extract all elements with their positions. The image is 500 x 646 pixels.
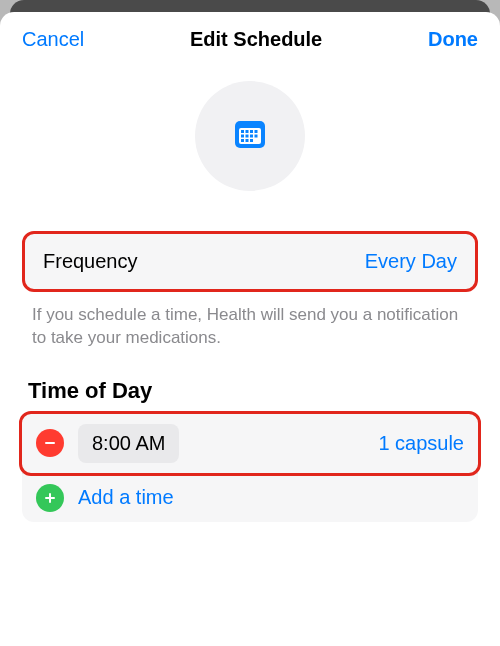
dose-button[interactable]: 1 capsule	[378, 432, 464, 455]
hero	[0, 61, 500, 231]
svg-rect-4	[250, 130, 253, 133]
svg-rect-10	[241, 139, 244, 142]
frequency-label: Frequency	[43, 250, 138, 273]
svg-rect-7	[246, 135, 249, 138]
time-picker[interactable]: 8:00 AM	[78, 424, 179, 463]
add-time-row[interactable]: Add a time	[22, 473, 478, 522]
time-of-day-title: Time of Day	[22, 350, 478, 414]
calendar-icon	[232, 116, 268, 156]
frequency-section: Frequency Every Day If you schedule a ti…	[0, 231, 500, 350]
add-time-label: Add a time	[78, 486, 174, 509]
svg-rect-6	[241, 135, 244, 138]
svg-rect-15	[45, 497, 55, 499]
frequency-row[interactable]: Frequency Every Day	[22, 231, 478, 292]
helper-text: If you schedule a time, Health will send…	[22, 292, 478, 350]
time-row: 8:00 AM 1 capsule	[19, 411, 481, 476]
svg-rect-2	[241, 130, 244, 133]
svg-rect-5	[255, 130, 258, 133]
page-title: Edit Schedule	[190, 28, 322, 51]
svg-rect-9	[255, 135, 258, 138]
done-button[interactable]: Done	[428, 28, 478, 51]
svg-rect-8	[250, 135, 253, 138]
frequency-value: Every Day	[365, 250, 457, 273]
hero-circle	[195, 81, 305, 191]
add-time-button[interactable]	[36, 484, 64, 512]
navbar: Cancel Edit Schedule Done	[0, 12, 500, 61]
edit-schedule-sheet: Cancel Edit Schedule Done	[0, 12, 500, 646]
cancel-button[interactable]: Cancel	[22, 28, 84, 51]
svg-rect-12	[250, 139, 253, 142]
remove-time-button[interactable]	[36, 429, 64, 457]
svg-rect-3	[246, 130, 249, 133]
svg-rect-13	[45, 442, 55, 444]
time-list: 8:00 AM 1 capsule Add a time	[22, 411, 478, 522]
time-of-day-section: Time of Day 8:00 AM 1 capsule Add a time	[0, 350, 500, 522]
svg-rect-11	[246, 139, 249, 142]
